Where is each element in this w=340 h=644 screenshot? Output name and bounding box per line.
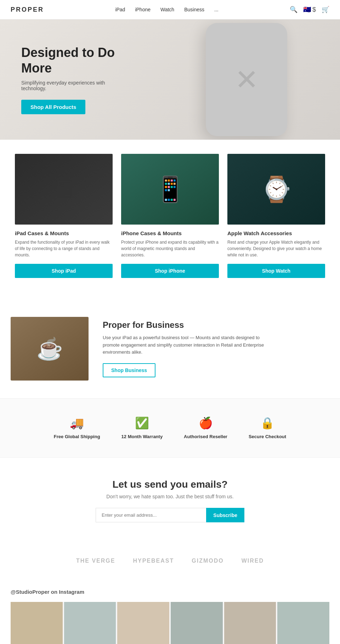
subscribe-section: Let us send you emails? Don't worry, we … (0, 458, 340, 544)
subscribe-description: Don't worry, we hate spam too. Just the … (11, 494, 329, 499)
shop-watch-button[interactable]: Shop Watch (227, 264, 325, 278)
iphone-product-description: Protect your iPhone and expand its capab… (121, 239, 219, 258)
press-wired: WIRED (242, 558, 264, 564)
instagram-section: @StudioProper on Instagram (0, 578, 340, 644)
badge-warranty: ✅ 12 Month Warranty (121, 416, 163, 440)
subscribe-email-input[interactable] (96, 508, 206, 522)
reseller-icon: 🍎 (184, 416, 227, 430)
press-hypebeast: HYPEBEAST (133, 558, 174, 564)
nav-ipad[interactable]: iPad (115, 7, 125, 12)
press-gizmodo: GIZMODO (192, 558, 223, 564)
insta-item-2[interactable] (64, 602, 116, 644)
hero-section: Designed to Do More Simplifying everyday… (0, 19, 340, 140)
press-the-verge: THE VERGE (76, 558, 115, 564)
insta-item-1[interactable] (11, 602, 63, 644)
warranty-icon: ✅ (121, 416, 163, 430)
ipad-product-card: iPad Cases & Mounts Expand the functiona… (11, 154, 117, 289)
insta-item-4[interactable] (171, 602, 223, 644)
watch-product-description: Rest and charge your Apple Watch elegant… (227, 239, 325, 258)
flag-icon: 🇦🇺 (303, 6, 311, 13)
business-description: Use your iPad as a powerful business too… (103, 334, 273, 356)
badge-shipping: 🚚 Free Global Shipping (54, 416, 100, 440)
nav-links: iPad iPhone Watch Business ... (115, 7, 218, 12)
logo[interactable]: PROPER (11, 6, 44, 13)
nav-business[interactable]: Business (184, 7, 204, 12)
press-logos: THE VERGE HYPEBEAST GIZMODO WIRED (0, 544, 340, 578)
shop-business-button[interactable]: Shop Business (103, 363, 155, 377)
business-title: Proper for Business (103, 320, 273, 330)
trust-badges: 🚚 Free Global Shipping ✅ 12 Month Warran… (0, 398, 340, 458)
shop-iphone-button[interactable]: Shop iPhone (121, 264, 219, 278)
reseller-label: Authorised Reseller (184, 434, 227, 439)
hero-subtitle: Simplifying everyday experiences with te… (21, 80, 128, 91)
nav-right: 🔍 🇦🇺 $ 🛒 (290, 6, 329, 13)
shop-ipad-button[interactable]: Shop iPad (15, 264, 113, 278)
iphone-product-image (121, 154, 219, 225)
hero-title: Designed to Do More (21, 45, 128, 75)
warranty-label: 12 Month Warranty (121, 434, 163, 439)
watch-product-title: Apple Watch Accessories (227, 230, 325, 236)
subscribe-form: Subscribe (96, 508, 244, 522)
iphone-product-card: iPhone Cases & Mounts Protect your iPhon… (117, 154, 223, 289)
badge-reseller: 🍎 Authorised Reseller (184, 416, 227, 440)
insta-item-3[interactable] (117, 602, 169, 644)
product-grid: iPad Cases & Mounts Expand the functiona… (0, 140, 340, 303)
business-content: Proper for Business Use your iPad as a p… (103, 320, 273, 377)
nav-watch[interactable]: Watch (160, 7, 174, 12)
watch-product-image (227, 154, 325, 225)
phone-mockup (206, 23, 287, 136)
flag-currency[interactable]: 🇦🇺 $ (303, 6, 316, 13)
watch-product-card: Apple Watch Accessories Rest and charge … (223, 154, 329, 289)
checkout-icon: 🔒 (249, 416, 286, 430)
shipping-icon: 🚚 (54, 416, 100, 430)
insta-item-6[interactable] (277, 602, 329, 644)
navbar: PROPER iPad iPhone Watch Business ... 🔍 … (0, 0, 340, 19)
nav-more[interactable]: ... (214, 7, 219, 12)
ipad-product-image (15, 154, 113, 225)
ipad-product-description: Expand the functionality of your iPad in… (15, 239, 113, 258)
ipad-product-title: iPad Cases & Mounts (15, 230, 113, 236)
business-section: Proper for Business Use your iPad as a p… (0, 306, 340, 398)
checkout-label: Secure Checkout (249, 434, 286, 439)
badge-checkout: 🔒 Secure Checkout (249, 416, 286, 440)
hero-content: Designed to Do More Simplifying everyday… (0, 24, 149, 135)
subscribe-button[interactable]: Subscribe (206, 508, 244, 522)
instagram-handle: @StudioProper on Instagram (11, 589, 329, 595)
instagram-grid (11, 602, 329, 644)
cart-icon[interactable]: 🛒 (322, 6, 329, 13)
business-image (11, 317, 89, 381)
nav-iphone[interactable]: iPhone (135, 7, 151, 12)
hero-image (153, 19, 340, 140)
shop-all-button[interactable]: Shop All Products (21, 100, 85, 114)
subscribe-title: Let us send you emails? (11, 479, 329, 490)
search-icon[interactable]: 🔍 (290, 6, 298, 13)
shipping-label: Free Global Shipping (54, 434, 100, 439)
iphone-product-title: iPhone Cases & Mounts (121, 230, 219, 236)
insta-item-5[interactable] (224, 602, 276, 644)
